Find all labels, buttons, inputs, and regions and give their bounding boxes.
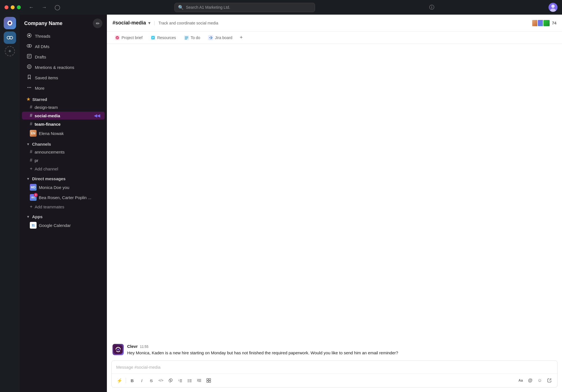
channel-title[interactable]: #social-media bbox=[113, 20, 146, 26]
svg-line-40 bbox=[549, 379, 551, 380]
more-icon bbox=[26, 85, 32, 91]
strikethrough-button[interactable]: S bbox=[147, 376, 156, 385]
forward-button[interactable]: → bbox=[39, 3, 49, 12]
tab-resources-label: Resources bbox=[157, 35, 176, 40]
dm-item-bea-rosen[interactable]: BC 3 Bea Rosen, Carter Poplin ... bbox=[22, 193, 105, 202]
code-button[interactable]: </> bbox=[156, 376, 165, 385]
nav-item-mentions[interactable]: Mnetions & reactions bbox=[22, 62, 105, 72]
google-calendar-label: Google Calendar bbox=[39, 223, 71, 228]
message-input[interactable] bbox=[112, 361, 557, 373]
traffic-lights bbox=[5, 5, 21, 9]
bookmark-icon: ◀◀ bbox=[94, 113, 100, 118]
close-button[interactable] bbox=[5, 5, 8, 9]
format-button[interactable]: Aa bbox=[516, 376, 525, 385]
tab-to-do[interactable]: To do bbox=[181, 33, 204, 42]
attach-button[interactable] bbox=[545, 376, 554, 385]
add-workspace-button[interactable]: + bbox=[5, 46, 15, 56]
svg-point-27 bbox=[188, 379, 189, 380]
channel-dropdown-icon[interactable]: ▾ bbox=[148, 20, 150, 26]
nav-item-saved[interactable]: Saved items bbox=[22, 73, 105, 83]
channel-item-design-team[interactable]: # design-team bbox=[22, 103, 105, 111]
drafts-icon bbox=[26, 54, 32, 60]
channel-item-social-media[interactable]: # social-media ◀◀ bbox=[22, 112, 105, 120]
add-tab-button[interactable]: + bbox=[237, 33, 246, 42]
channel-item-pr[interactable]: # pr bbox=[22, 156, 105, 164]
message-body: Clevr 11:55 Hey Monica, Kaden is a new h… bbox=[127, 344, 556, 356]
channels-section-header[interactable]: ▼ Channels bbox=[22, 139, 105, 148]
edit-button[interactable]: ✏ bbox=[93, 19, 102, 28]
channel-members[interactable]: 74 bbox=[532, 19, 556, 27]
starred-label: Starred bbox=[32, 97, 47, 102]
user-avatar[interactable] bbox=[548, 3, 557, 12]
apps-label: Apps bbox=[32, 214, 43, 219]
message-author: Clevr bbox=[127, 344, 138, 349]
elena-avatar: EN bbox=[30, 130, 37, 137]
tab-to-do-label: To do bbox=[191, 35, 200, 40]
tab-project-brief[interactable]: Project brief bbox=[111, 33, 146, 42]
nav-item-all-dms[interactable]: All DMs bbox=[22, 42, 105, 51]
channel-tabs: Project brief Resources To do Jira board bbox=[107, 31, 562, 44]
app-icon-secondary[interactable] bbox=[4, 31, 16, 44]
lightning-button[interactable]: ⚡ bbox=[115, 376, 124, 385]
search-bar[interactable]: 🔍 Search A1 Marketing Ltd. bbox=[174, 3, 315, 12]
company-name: Company Name bbox=[24, 21, 62, 26]
svg-point-14 bbox=[29, 87, 30, 88]
nav-item-more[interactable]: More bbox=[22, 83, 105, 93]
google-calendar-icon: 31 bbox=[30, 222, 37, 229]
channel-item-team-finance[interactable]: # team-finance bbox=[22, 120, 105, 128]
svg-point-9 bbox=[29, 44, 32, 47]
app-item-google-calendar[interactable]: 31 Google Calendar bbox=[22, 220, 105, 230]
to-do-icon bbox=[184, 35, 189, 40]
messages-area: Clevr 11:55 Hey Monica, Kaden is a new h… bbox=[107, 44, 562, 361]
maximize-button[interactable] bbox=[17, 5, 21, 9]
minimize-button[interactable] bbox=[11, 5, 15, 9]
add-channel-label: Add channel bbox=[35, 166, 58, 171]
svg-rect-19 bbox=[185, 38, 188, 38]
channel-title-area: #social-media ▾ | Track and coordinate s… bbox=[113, 20, 528, 26]
dm-item-monica-doe[interactable]: MD Monica Doe you bbox=[22, 183, 105, 192]
star-icon: ★ bbox=[26, 97, 30, 102]
hash-icon: # bbox=[30, 149, 32, 154]
svg-rect-20 bbox=[185, 39, 187, 39]
history-button[interactable]: ◯ bbox=[52, 3, 62, 12]
dm-item-elena-nowak[interactable]: EN Elena Nowak bbox=[22, 129, 105, 138]
sidebar-icons: + bbox=[0, 15, 20, 392]
tab-jira-board[interactable]: Jira board bbox=[205, 33, 236, 42]
block-button[interactable] bbox=[204, 376, 213, 385]
svg-point-12 bbox=[28, 66, 30, 67]
svg-rect-18 bbox=[185, 37, 188, 37]
hash-icon: # bbox=[30, 105, 32, 110]
add-channel-button[interactable]: + Add channel bbox=[22, 165, 105, 173]
svg-rect-37 bbox=[209, 379, 211, 380]
starred-section-header[interactable]: ★ Starred bbox=[22, 94, 105, 103]
svg-rect-39 bbox=[209, 381, 211, 382]
bold-button[interactable]: B bbox=[128, 376, 137, 385]
mention-button[interactable]: @ bbox=[526, 376, 535, 385]
add-teammates-button[interactable]: + Add teammates bbox=[22, 203, 105, 211]
tab-jira-board-label: Jira board bbox=[215, 35, 232, 40]
app-icon-primary[interactable] bbox=[4, 17, 16, 29]
channel-label: design-team bbox=[35, 105, 58, 110]
nav-item-threads[interactable]: Threads bbox=[22, 31, 105, 41]
toolbar-separator bbox=[126, 378, 126, 383]
tab-resources[interactable]: Resources bbox=[147, 33, 179, 42]
back-button[interactable]: ← bbox=[26, 3, 36, 12]
hash-icon: # bbox=[30, 158, 32, 163]
direct-messages-label: Direct messages bbox=[32, 176, 66, 181]
svg-point-28 bbox=[188, 380, 189, 381]
svg-point-15 bbox=[30, 87, 31, 88]
hash-icon: # bbox=[30, 113, 32, 118]
indent-button[interactable] bbox=[195, 376, 204, 385]
bea-rosen-avatar: BC 3 bbox=[30, 194, 37, 201]
italic-button[interactable]: I bbox=[137, 376, 146, 385]
direct-messages-section-header[interactable]: ▼ Direct messages bbox=[22, 174, 105, 182]
emoji-button[interactable]: ☺ bbox=[535, 376, 544, 385]
nav-item-drafts[interactable]: Drafts bbox=[22, 52, 105, 62]
add-teammates-label: Add teammates bbox=[35, 204, 64, 209]
ordered-list-button[interactable]: 1. bbox=[176, 376, 185, 385]
unordered-list-button[interactable] bbox=[185, 376, 194, 385]
link-button[interactable] bbox=[166, 376, 175, 385]
help-button[interactable]: ⓘ bbox=[427, 3, 437, 12]
channel-item-announcements[interactable]: # announcements bbox=[22, 148, 105, 156]
apps-section-header[interactable]: ▼ Apps bbox=[22, 212, 105, 220]
